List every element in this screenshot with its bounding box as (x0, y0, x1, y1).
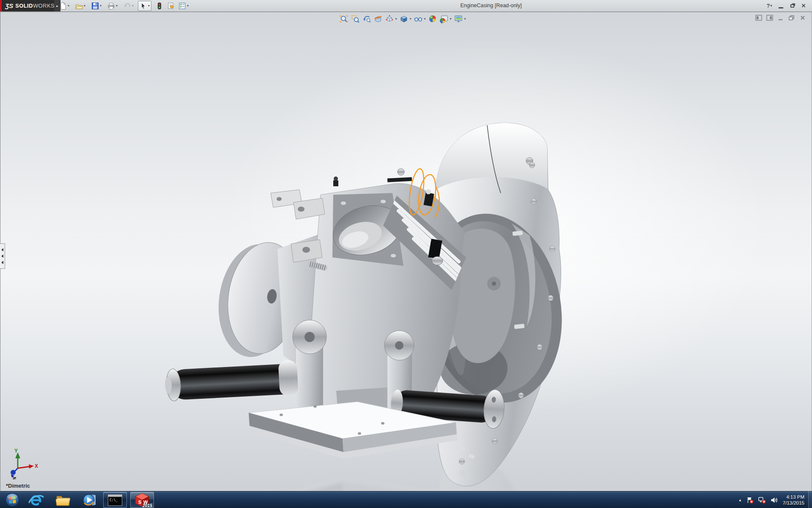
close-icon (800, 15, 806, 21)
title-bar[interactable]: ƷS SOLIDWORKS ▸ ▾ ▾ ▾ (0, 0, 812, 12)
standard-toolbar: ▾ ▾ ▾ ▾ (58, 0, 191, 11)
start-button[interactable] (3, 492, 22, 508)
display-pane-icon (766, 15, 773, 21)
hide-show-items-icon (414, 14, 422, 23)
dassault-3ds-glyph: ƷS (5, 2, 13, 9)
section-view-button[interactable] (373, 14, 383, 24)
dropdown-caret: ▾ (116, 4, 118, 8)
internet-explorer-button[interactable] (26, 492, 46, 508)
save-button[interactable]: ▾ (90, 1, 103, 11)
media-player-icon (82, 492, 98, 508)
new-document-icon (59, 2, 67, 10)
document-close-button[interactable] (799, 14, 806, 21)
command-prompt-button[interactable]: C:\_ (103, 492, 127, 508)
options-button[interactable]: ▾ (177, 1, 190, 11)
dropdown-caret: ▾ (68, 4, 69, 8)
rebuild-button[interactable] (154, 1, 165, 11)
network-status-icon[interactable] (758, 497, 766, 504)
minimize-button[interactable] (776, 2, 785, 10)
taskbar-clock[interactable]: 4:13 PM 7/13/2015 (783, 494, 804, 506)
help-button[interactable]: ?▾ (765, 2, 774, 10)
dropdown-caret: ▾ (84, 4, 85, 8)
zoom-to-area-icon (351, 14, 359, 23)
heads-up-view-toolbar: ▾ ▾ ▾ (338, 14, 467, 24)
open-button[interactable]: ▾ (74, 1, 87, 11)
windows-start-icon (5, 492, 20, 508)
zoom-to-fit-button[interactable] (338, 14, 349, 24)
document-title: EngineCasing [Read-only] (460, 0, 521, 11)
previous-view-button[interactable] (361, 14, 372, 24)
command-prompt-icon: C:\_ (108, 494, 122, 506)
logo-red-stripe (0, 0, 2, 11)
undo-icon (123, 2, 131, 10)
display-style-button[interactable]: ▾ (398, 14, 412, 24)
view-settings-button[interactable]: ▾ (453, 14, 467, 24)
restore-button[interactable] (788, 2, 796, 10)
apply-scene-icon (440, 14, 449, 23)
windows-explorer-button[interactable] (53, 492, 73, 508)
show-featuremanager-pane-button[interactable] (755, 14, 762, 21)
dropdown-caret: ▾ (770, 4, 772, 8)
close-button[interactable]: ✕ (799, 2, 808, 10)
command-prompt-text: C:\_ (110, 498, 118, 502)
volume-icon[interactable] (771, 497, 778, 504)
select-cursor-icon (140, 2, 147, 10)
dropdown-caret: ▾ (148, 4, 150, 8)
document-restore-button[interactable] (788, 14, 795, 21)
triad-x-label: X (35, 463, 38, 469)
action-center-flag-icon[interactable] (746, 497, 754, 504)
graphics-area[interactable]: ▾ ▾ ▾ (0, 12, 812, 491)
taskbar: C:\_ S W 2015 ▲ (0, 491, 812, 508)
reference-triad[interactable]: Y X (7, 448, 38, 481)
view-orientation-button[interactable]: ▾ (384, 14, 398, 24)
display-style-icon (399, 14, 408, 23)
triad-y-label: Y (14, 448, 18, 454)
collapse-arrow-icon (1, 261, 3, 264)
previous-view-icon (362, 14, 371, 23)
model-scene[interactable] (0, 12, 812, 491)
dropdown-caret: ▾ (395, 17, 397, 21)
show-display-pane-button[interactable] (766, 14, 773, 21)
undo-button[interactable]: ▾ (122, 1, 135, 11)
collapse-arrow-icon (1, 248, 3, 251)
hidden-icons-arrow[interactable]: ▲ (738, 498, 742, 502)
new-document-button[interactable]: ▾ (58, 1, 71, 11)
select-tool-button[interactable]: ▾ (138, 1, 151, 11)
show-desktop-button[interactable] (808, 491, 812, 508)
featuremanager-collapsed-tab[interactable] (0, 243, 5, 269)
featuremanager-pane-icon (755, 15, 762, 21)
print-icon (107, 2, 115, 10)
hide-show-items-button[interactable]: ▾ (413, 14, 426, 24)
dropdown-caret: ▾ (100, 4, 102, 8)
restore-icon (788, 15, 795, 21)
system-tray: ▲ 4:13 PM 7/13/2015 (738, 492, 804, 508)
dropdown-caret: ▾ (450, 17, 452, 21)
clock-time: 4:13 PM (783, 494, 804, 500)
rebuild-traffic-light-icon (156, 2, 163, 10)
file-properties-icon (167, 2, 175, 10)
save-floppy-icon (91, 2, 99, 10)
view-settings-icon (454, 14, 463, 23)
apply-scene-button[interactable]: ▾ (439, 14, 453, 24)
engine-casing-model[interactable] (164, 123, 576, 486)
minimize-icon (778, 15, 784, 21)
section-view-icon (373, 14, 382, 23)
dropdown-caret: ▾ (132, 4, 134, 8)
zoom-to-area-button[interactable] (350, 14, 360, 24)
dropdown-caret: ▾ (424, 17, 425, 21)
print-button[interactable]: ▾ (106, 1, 119, 11)
sw-letter-s: S (138, 500, 141, 505)
windows-media-player-button[interactable] (80, 492, 100, 508)
document-window-controls (755, 14, 806, 21)
sw-version-badge: 2015 (143, 503, 152, 508)
file-properties-button[interactable] (165, 1, 176, 11)
solidworks-taskbar-button[interactable]: S W 2015 (130, 492, 154, 508)
window-controls: ?▾ ✕ (765, 0, 808, 11)
document-minimize-button[interactable] (777, 14, 784, 21)
dropdown-caret: ▾ (409, 17, 411, 21)
folder-icon (55, 493, 71, 507)
edit-appearance-button[interactable] (428, 14, 438, 24)
dropdown-caret: ▾ (187, 4, 189, 8)
clock-date: 7/13/2015 (783, 500, 804, 506)
brand-works: WORKS (33, 3, 55, 9)
